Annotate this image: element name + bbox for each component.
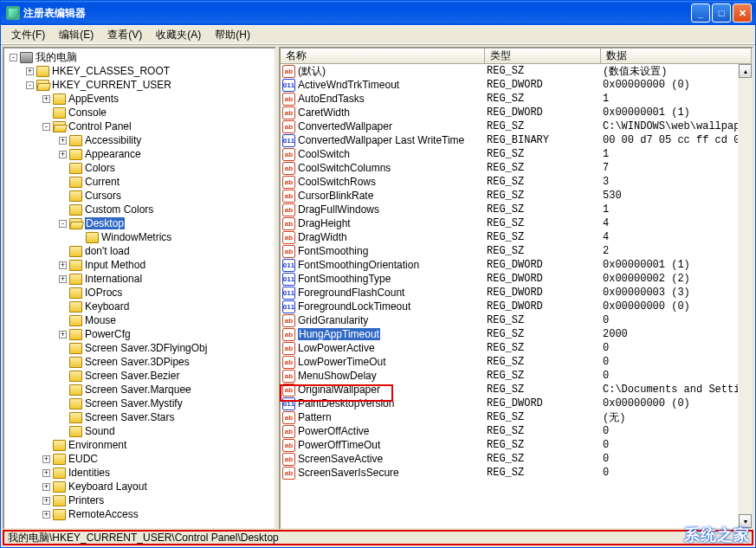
- expand-icon[interactable]: +: [42, 455, 50, 463]
- value-row[interactable]: abOriginalWallpaperREG_SZC:\Documents an…: [281, 383, 738, 396]
- tree-pane[interactable]: -我的电脑+HKEY_CLASSES_ROOT-HKEY_CURRENT_USE…: [3, 47, 276, 530]
- tree-node-----[interactable]: -我的电脑: [4, 50, 275, 64]
- collapse-icon[interactable]: -: [59, 220, 67, 228]
- value-row[interactable]: abDragHeightREG_SZ4: [281, 216, 738, 230]
- tree-node-Screen-Saver-3DFlyingObj[interactable]: Screen Saver.3DFlyingObj: [4, 341, 275, 355]
- collapse-icon[interactable]: -: [10, 54, 17, 61]
- menu-收藏夹(A)[interactable]: 收藏夹(A): [149, 26, 208, 44]
- tree-node-Environment[interactable]: Environment: [4, 438, 275, 452]
- menu-帮助(H)[interactable]: 帮助(H): [208, 26, 257, 44]
- value-row[interactable]: abLowPowerTimeOutREG_SZ0: [281, 355, 738, 369]
- tree-node-Screen-Saver-Stars[interactable]: Screen Saver.Stars: [4, 410, 275, 424]
- tree-node-Printers[interactable]: +Printers: [4, 493, 275, 507]
- close-button[interactable]: ✕: [733, 3, 752, 23]
- value-row[interactable]: ab(默认)REG_SZ(数值未设置): [281, 64, 738, 78]
- maximize-button[interactable]: □: [712, 3, 731, 23]
- tree-node-IOProcs[interactable]: IOProcs: [4, 286, 275, 300]
- tree-node-HKEY-CURRENT-USER[interactable]: -HKEY_CURRENT_USER: [4, 78, 275, 92]
- tree-node-International[interactable]: +International: [4, 272, 275, 286]
- tree-node-RemoteAccess[interactable]: +RemoteAccess: [4, 507, 275, 521]
- expand-icon[interactable]: +: [59, 331, 67, 338]
- expand-icon[interactable]: +: [42, 483, 50, 491]
- tree-node-Cursors[interactable]: Cursors: [4, 189, 275, 203]
- value-row[interactable]: 011ForegroundFlashCountREG_DWORD0x000000…: [281, 286, 738, 300]
- tree-node-Identities[interactable]: +Identities: [4, 466, 275, 480]
- tree-node-Appearance[interactable]: +Appearance: [4, 147, 275, 161]
- value-row[interactable]: abPowerOffActiveREG_SZ0: [281, 424, 738, 438]
- scroll-up-button[interactable]: ▴: [739, 64, 752, 78]
- expand-icon[interactable]: +: [59, 151, 67, 158]
- expand-icon[interactable]: +: [59, 261, 67, 269]
- value-row[interactable]: 011FontSmoothingOrientationREG_DWORD0x00…: [281, 258, 738, 272]
- tree-node-AppEvents[interactable]: +AppEvents: [4, 92, 275, 106]
- value-row[interactable]: abDragWidthREG_SZ4: [281, 230, 738, 244]
- scroll-track[interactable]: [739, 78, 752, 514]
- tree-node-Screen-Saver-Marquee[interactable]: Screen Saver.Marquee: [4, 383, 275, 396]
- value-row[interactable]: abPowerOffTimeOutREG_SZ0: [281, 438, 738, 452]
- tree-node-Input-Method[interactable]: +Input Method: [4, 258, 275, 272]
- menu-文件(F)[interactable]: 文件(F): [4, 26, 52, 44]
- value-row[interactable]: abScreenSaveActiveREG_SZ0: [281, 452, 738, 466]
- expand-icon[interactable]: +: [42, 469, 50, 477]
- value-row[interactable]: abCoolSwitchRowsREG_SZ3: [281, 175, 738, 189]
- value-row[interactable]: abDragFullWindowsREG_SZ1: [281, 203, 738, 216]
- tree-node-Screen-Saver-Bezier[interactable]: Screen Saver.Bezier: [4, 369, 275, 383]
- tree-node-Custom-Colors[interactable]: Custom Colors: [4, 203, 275, 216]
- scrollbar-vertical[interactable]: ▴ ▾: [738, 64, 752, 528]
- expand-icon[interactable]: +: [59, 137, 67, 145]
- tree-node-WindowMetrics[interactable]: WindowMetrics: [4, 230, 275, 244]
- expand-icon[interactable]: +: [42, 497, 50, 505]
- expand-icon[interactable]: +: [59, 275, 67, 283]
- col-data[interactable]: 数据: [601, 48, 752, 63]
- list-body[interactable]: ab(默认)REG_SZ(数值未设置)011ActiveWndTrkTimeou…: [281, 64, 738, 480]
- tree-node-Keyboard-Layout[interactable]: +Keyboard Layout: [4, 480, 275, 493]
- string-value-icon: ab: [282, 203, 295, 216]
- menu-编辑(E)[interactable]: 编辑(E): [52, 26, 100, 44]
- tree-node-Mouse[interactable]: Mouse: [4, 313, 275, 327]
- value-row[interactable]: abGridGranularityREG_SZ0: [281, 313, 738, 327]
- expand-icon[interactable]: +: [42, 95, 50, 103]
- value-row[interactable]: abAutoEndTasksREG_SZ1: [281, 92, 738, 106]
- col-name[interactable]: 名称: [281, 48, 485, 63]
- tree-node-Current[interactable]: Current: [4, 175, 275, 189]
- value-data: 1: [601, 203, 738, 216]
- tree-node-Screen-Saver-Mystify[interactable]: Screen Saver.Mystify: [4, 396, 275, 410]
- menu-查看(V)[interactable]: 查看(V): [100, 26, 149, 44]
- expand-icon[interactable]: +: [26, 68, 34, 75]
- titlebar[interactable]: 注册表编辑器 _ □ ✕: [1, 1, 755, 25]
- tree-node-Screen-Saver-3DPipes[interactable]: Screen Saver.3DPipes: [4, 355, 275, 369]
- tree-node-HKEY-CLASSES-ROOT[interactable]: +HKEY_CLASSES_ROOT: [4, 64, 275, 78]
- collapse-icon[interactable]: -: [26, 81, 34, 89]
- tree-node-EUDC[interactable]: +EUDC: [4, 452, 275, 466]
- tree-label: Desktop: [85, 217, 125, 229]
- expand-icon[interactable]: +: [42, 511, 50, 519]
- tree-node-Desktop[interactable]: -Desktop: [4, 216, 275, 230]
- value-row[interactable]: abCoolSwitchColumnsREG_SZ7: [281, 161, 738, 175]
- value-row[interactable]: abCursorBlinkRateREG_SZ530: [281, 189, 738, 203]
- tree-node-Colors[interactable]: Colors: [4, 161, 275, 175]
- value-row[interactable]: 011PaintDesktopVersionREG_DWORD0x0000000…: [281, 396, 738, 410]
- tree-node-Console[interactable]: Console: [4, 106, 275, 119]
- value-row[interactable]: 011FontSmoothingTypeREG_DWORD0x00000002 …: [281, 272, 738, 286]
- value-row[interactable]: abMenuShowDelayREG_SZ0: [281, 369, 738, 383]
- tree-node-Sound[interactable]: Sound: [4, 424, 275, 438]
- minimize-button[interactable]: _: [691, 3, 710, 23]
- value-row[interactable]: abCaretWidthREG_DWORD0x00000001 (1): [281, 106, 738, 119]
- value-row[interactable]: abFontSmoothingREG_SZ2: [281, 244, 738, 258]
- tree-node-don-t-load[interactable]: don't load: [4, 244, 275, 258]
- collapse-icon[interactable]: -: [42, 123, 50, 131]
- tree-node-Keyboard[interactable]: Keyboard: [4, 300, 275, 313]
- value-row[interactable]: 011ActiveWndTrkTimeoutREG_DWORD0x0000000…: [281, 78, 738, 92]
- col-type[interactable]: 类型: [485, 48, 601, 63]
- value-row[interactable]: abLowPowerActiveREG_SZ0: [281, 341, 738, 355]
- tree-node-PowerCfg[interactable]: +PowerCfg: [4, 327, 275, 341]
- value-row[interactable]: abCoolSwitchREG_SZ1: [281, 147, 738, 161]
- value-row[interactable]: 011ConvertedWallpaper Last WriteTimeREG_…: [281, 133, 738, 147]
- tree-node-Accessibility[interactable]: +Accessibility: [4, 133, 275, 147]
- value-row[interactable]: abScreenSaverIsSecureREG_SZ0: [281, 466, 738, 480]
- value-row[interactable]: abPatternREG_SZ(无): [281, 410, 738, 424]
- tree-node-Control-Panel[interactable]: -Control Panel: [4, 119, 275, 133]
- value-row[interactable]: abHungAppTimeoutREG_SZ2000: [281, 327, 738, 341]
- value-row[interactable]: abConvertedWallpaperREG_SZC:\WINDOWS\web…: [281, 119, 738, 133]
- value-row[interactable]: 011ForegroundLockTimeoutREG_DWORD0x00000…: [281, 300, 738, 313]
